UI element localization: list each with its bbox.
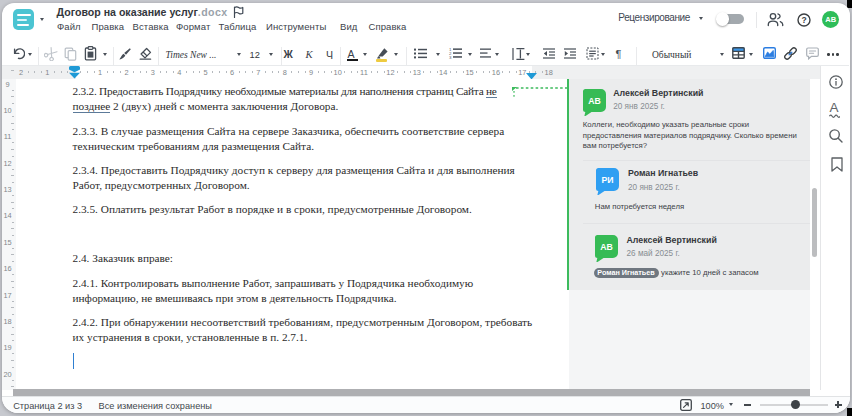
svg-text:АВ: АВ <box>588 96 601 106</box>
svg-text:РИ: РИ <box>601 175 613 185</box>
svg-text:?: ? <box>801 15 806 25</box>
svg-text:3: 3 <box>448 55 451 59</box>
svg-text:АВ: АВ <box>600 242 613 252</box>
